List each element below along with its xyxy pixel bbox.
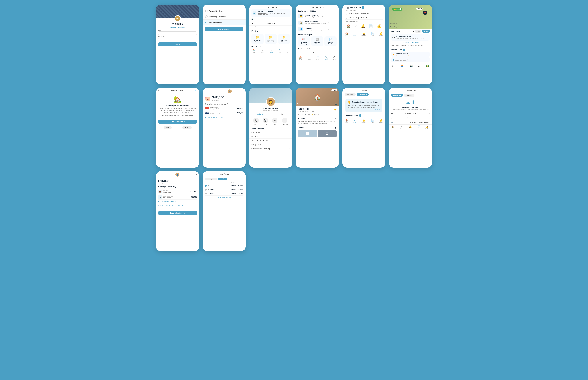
news-item[interactable]: 📰 Mortgage News	[311, 37, 323, 46]
edit-notes-icon[interactable]: ✎	[335, 117, 337, 120]
residence-item-investment[interactable]: ✓ Investment Property	[203, 19, 246, 25]
docs2-scan-action[interactable]: 📷 Scan a document ›	[389, 111, 432, 116]
email-action[interactable]: ✉ EMAIL	[272, 118, 277, 125]
add-bank-btn[interactable]: ⊕ ADD BANK ACCOUNT	[203, 116, 246, 119]
back-icon[interactable]: ‹	[205, 6, 206, 8]
nav-docs-tools[interactable]: 📄Docs	[316, 56, 319, 60]
nav-calc-tasks[interactable]: 🧮Calculator	[399, 65, 404, 69]
task-afford[interactable]: Calculate what you can afford ›	[344, 16, 383, 19]
signin-button[interactable]: Sign In	[158, 42, 197, 46]
nav-chat-tasks[interactable]: 💬Chat	[418, 65, 421, 69]
map-tab[interactable]: 🗺 Map	[422, 30, 430, 33]
got-it-button[interactable]: GOT IT	[348, 109, 380, 110]
nav-tasks-st[interactable]: ✓Tasks	[353, 32, 356, 36]
view-files-button[interactable]: View Files	[404, 94, 414, 97]
nav-budget-st[interactable]: 💰Budget	[379, 32, 383, 36]
nav-tools-active[interactable]: 🔧Tools	[325, 56, 328, 60]
add-photo-icon[interactable]: ⊕	[335, 127, 337, 129]
nav-tasks-d2[interactable]: ✓Tasks	[400, 126, 403, 130]
prev-arrow[interactable]: ‹	[297, 102, 298, 105]
suggested-tab[interactable]: Suggested (3)	[357, 93, 369, 96]
menu-icon-docs[interactable]: ☰	[251, 6, 253, 8]
weblink-tips[interactable]: Tips for the loan process ›	[249, 138, 292, 143]
nav-home-d2[interactable]: 🏠Home	[392, 126, 395, 130]
nav-docs-d2[interactable]: 📄Docs	[418, 126, 420, 130]
share-icon-assets[interactable]: ↗	[242, 91, 244, 92]
bank-statement-item[interactable]: Bank Statement: Need to be uploaded ›	[391, 57, 430, 62]
weblink-want[interactable]: What you want ›	[249, 143, 292, 147]
rate-20year[interactable]: 20 Year 2.875% 3.000%	[205, 188, 244, 192]
required-tab[interactable]: Required (5)	[344, 93, 356, 96]
share-app-action-profile[interactable]: ↗ SHARE APP	[281, 118, 288, 125]
task-checkbox-1[interactable]	[344, 13, 347, 15]
privacy-policy-link[interactable]: PRIVACY POLICY	[157, 49, 198, 51]
menu-icon-tasks-b[interactable]: ☰	[344, 90, 346, 92]
articles-item[interactable]: 📄 Recent Articles	[324, 37, 337, 46]
weblink-listings[interactable]: My listings ›	[249, 134, 292, 138]
nav-home-tb[interactable]: 🏠Home	[345, 119, 348, 123]
live-rates-item[interactable]: 📊 Live Rates View rates personalized to …	[296, 26, 339, 33]
task-wants-needs[interactable]: Create "Want's V.S Needs" list ›	[344, 12, 383, 16]
new-home-tour-button[interactable]: + New Home Tour	[158, 120, 197, 124]
faq1-item[interactable]: ✓ What income sources should I include?	[158, 204, 197, 207]
docs2-device-action[interactable]: 💻 Have files on another device?	[389, 120, 432, 124]
weblink-random[interactable]: Random link ›	[249, 130, 292, 134]
docs2-select-action[interactable]: ☁ Select a file ›	[389, 116, 432, 120]
nav-home-docs1[interactable]: 🏠Home	[252, 49, 255, 53]
nav-chat-tools[interactable]: 💬Chat	[333, 56, 336, 60]
tab-info[interactable]: Info	[271, 112, 292, 116]
menu-icon-map[interactable]: ☰	[412, 30, 414, 33]
rate-15year[interactable]: 15 Year 2.500% 2.615%	[205, 192, 244, 195]
text-action[interactable]: 💬 TEXT	[263, 118, 268, 125]
add-income-btn[interactable]: ⊕ ADD INCOME SOURCE	[158, 200, 197, 204]
save-continue-income[interactable]: Save & Continue ...	[158, 211, 197, 215]
nav-updates-tb[interactable]: 🔔Updates	[361, 119, 366, 123]
nav-scan-tasks[interactable]: 📷Scan	[410, 65, 412, 69]
search-icon-tours[interactable]: 🔍	[195, 90, 197, 92]
call-action[interactable]: 📞 CALL	[253, 118, 259, 125]
thumbs-up-home[interactable]: 👍	[334, 108, 337, 111]
nav-loans-tasks[interactable]: 💵Loans	[426, 65, 429, 69]
nav-updates-d2[interactable]: 🔔Updates	[408, 126, 412, 130]
email-input[interactable]	[158, 31, 197, 35]
residence-item-primary[interactable]: Primary Residence	[203, 8, 246, 14]
computer-link[interactable]: computer	[263, 26, 269, 28]
faq2-item[interactable]: ✓ How much do I need?	[158, 207, 197, 209]
residence-item-secondary[interactable]: Secondary Residence	[203, 14, 246, 19]
disclosure-package-item[interactable]: Disclosure Package Urgent: Needs to be e…	[391, 52, 430, 57]
menu-icon-assets[interactable]: ☰	[205, 91, 206, 92]
share-app-action[interactable]: ↗ Share this app ›	[296, 51, 339, 55]
nav-docs-st[interactable]: 📄Docs	[371, 32, 374, 36]
view-more-results[interactable]: View more results	[205, 195, 244, 200]
upload-new-button[interactable]: Upload New	[391, 94, 403, 97]
assumptions-tab[interactable]: Assumptions	[205, 178, 217, 180]
nav-tasks-tools[interactable]: ✓Tasks	[308, 56, 311, 60]
nav-home-tools[interactable]: 🏠Home	[299, 56, 302, 60]
nav-home-st[interactable]: 🏠Home	[345, 32, 348, 36]
list-button-tours[interactable]: ≡ List	[164, 126, 172, 129]
select-file-action[interactable]: ☁ Select a file ›	[249, 21, 292, 26]
back-icon-income[interactable]: ‹	[158, 174, 159, 176]
forgot-password-link[interactable]: Forgot your password?	[157, 47, 198, 49]
view-completed-tasks[interactable]: VIEW COMPLETED TASKS	[391, 41, 430, 43]
nav-tools-docs1[interactable]: 🔧Tools	[278, 49, 281, 53]
nav-tasks-tb[interactable]: ✓Tasks	[353, 119, 356, 123]
nav-info-tasks[interactable]: ℹInfo	[392, 65, 393, 69]
password-input[interactable]	[158, 38, 197, 41]
signin-link[interactable]: Sign In	[170, 26, 176, 28]
nav-chat-docs1[interactable]: 💬Chat	[287, 49, 289, 53]
results-tab[interactable]: Results	[218, 178, 227, 180]
folder-sent-to-me[interactable]: 📁 Sent To Me 4 Documents	[265, 34, 277, 44]
rate-30year[interactable]: 30 Year 3.000% 3.125%	[205, 184, 244, 188]
task-checkbox-2[interactable]	[344, 17, 347, 19]
glossary-item[interactable]: 📖 Mortgage Glossary	[298, 37, 310, 46]
back-icon-assets[interactable]: ‹	[217, 91, 217, 92]
photo-1[interactable]: 🖼	[298, 130, 317, 137]
map-button-tours[interactable]: 🗺 Map	[182, 126, 192, 129]
nav-budget-d2[interactable]: 💰Budget	[425, 126, 429, 130]
weblink-clients[interactable]: What my clients are saying ›	[249, 147, 292, 151]
nav-docs-docs1[interactable]: 📄Docs	[270, 49, 273, 53]
folder-not-seen[interactable]: 📁 Not Se... 0 Docum...	[278, 34, 290, 44]
folder-my-uploads[interactable]: 📁 My Uploads 5 Documents	[251, 34, 264, 44]
nav-updates-st[interactable]: 🔔Updates	[361, 32, 366, 36]
